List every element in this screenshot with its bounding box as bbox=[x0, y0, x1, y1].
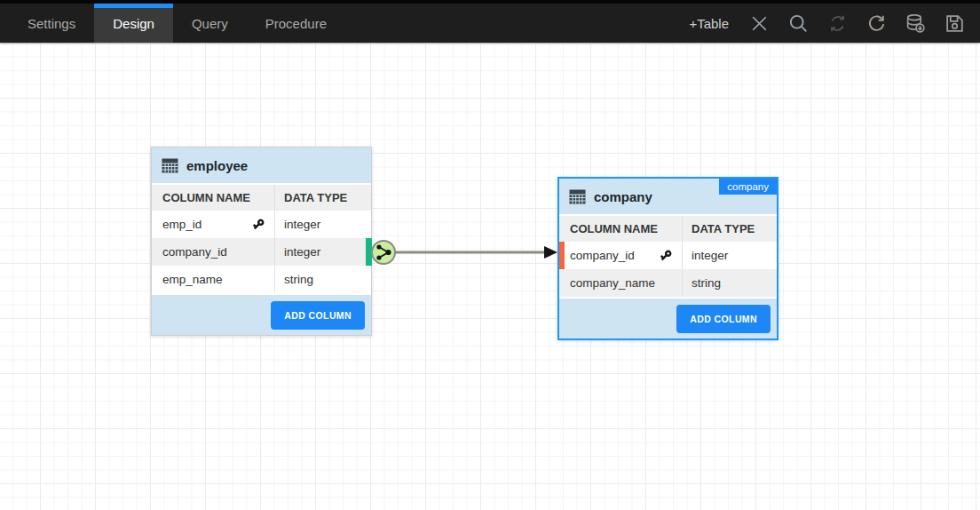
column-name-cell: company_id bbox=[152, 238, 274, 266]
topbar-actions: +Table bbox=[689, 4, 980, 43]
relation-connector bbox=[0, 43, 980, 510]
fk-target-anchor bbox=[559, 242, 565, 269]
table-footer: ADD COLUMN bbox=[152, 293, 371, 335]
table-row[interactable]: company_name string bbox=[559, 269, 777, 297]
tab-procedure[interactable]: Procedure bbox=[247, 4, 345, 43]
relation-handle[interactable] bbox=[372, 241, 395, 264]
relation-arrowhead bbox=[544, 246, 557, 259]
column-name-cell: emp_name bbox=[152, 266, 274, 293]
data-type-header: DATA TYPE bbox=[682, 216, 777, 242]
refresh-icon[interactable] bbox=[865, 12, 889, 36]
column-headers: COLUMN NAME DATA TYPE bbox=[559, 214, 777, 242]
column-headers: COLUMN NAME DATA TYPE bbox=[152, 183, 371, 211]
tab-design[interactable]: Design bbox=[94, 4, 173, 43]
design-canvas[interactable]: employee COLUMN NAME DATA TYPE emp_id in… bbox=[0, 43, 980, 510]
table-footer: ADD COLUMN bbox=[559, 297, 777, 339]
column-name-cell: emp_id bbox=[152, 211, 274, 238]
table-card-company[interactable]: company company COLUMN NAME DATA TYPE co… bbox=[557, 177, 778, 340]
topbar: Settings Design Query Procedure +Table bbox=[0, 0, 980, 43]
table-row[interactable]: company_id integer bbox=[152, 238, 371, 266]
add-column-button[interactable]: ADD COLUMN bbox=[676, 305, 771, 333]
table-name: employee bbox=[186, 158, 248, 173]
tab-bar: Settings Design Query Procedure bbox=[0, 4, 345, 43]
export-database-icon[interactable] bbox=[904, 12, 928, 36]
add-table-button[interactable]: +Table bbox=[689, 16, 729, 31]
search-icon[interactable] bbox=[786, 12, 810, 36]
data-type-cell: string bbox=[682, 269, 777, 297]
primary-key-icon bbox=[657, 246, 676, 265]
tab-query[interactable]: Query bbox=[173, 4, 247, 43]
table-card-employee[interactable]: employee COLUMN NAME DATA TYPE emp_id in… bbox=[151, 147, 372, 336]
add-column-button[interactable]: ADD COLUMN bbox=[271, 301, 365, 330]
data-type-cell: integer bbox=[274, 238, 371, 266]
table-grid-icon bbox=[569, 188, 586, 205]
table-row[interactable]: emp_name string bbox=[152, 266, 371, 293]
column-name-cell: company_id bbox=[559, 242, 682, 269]
fk-source-anchor bbox=[366, 238, 372, 266]
table-row[interactable]: emp_id integer bbox=[152, 211, 371, 238]
company-badge: company bbox=[719, 179, 777, 195]
table-grid-icon bbox=[162, 157, 178, 174]
data-type-cell: integer bbox=[274, 211, 371, 238]
table-row[interactable]: company_id integer bbox=[559, 242, 777, 269]
sync-icon[interactable] bbox=[826, 12, 850, 36]
column-name-header: COLUMN NAME bbox=[559, 216, 682, 242]
table-name: company bbox=[594, 189, 652, 204]
table-header: employee bbox=[152, 147, 371, 183]
column-name-header: COLUMN NAME bbox=[152, 185, 274, 211]
save-icon[interactable] bbox=[943, 12, 967, 36]
data-type-cell: string bbox=[274, 266, 371, 293]
data-type-cell: integer bbox=[682, 242, 777, 269]
tab-settings[interactable]: Settings bbox=[9, 4, 94, 43]
data-type-header: DATA TYPE bbox=[274, 185, 371, 211]
column-name-cell: company_name bbox=[559, 269, 682, 297]
close-icon[interactable] bbox=[747, 12, 771, 36]
primary-key-icon bbox=[249, 215, 268, 234]
